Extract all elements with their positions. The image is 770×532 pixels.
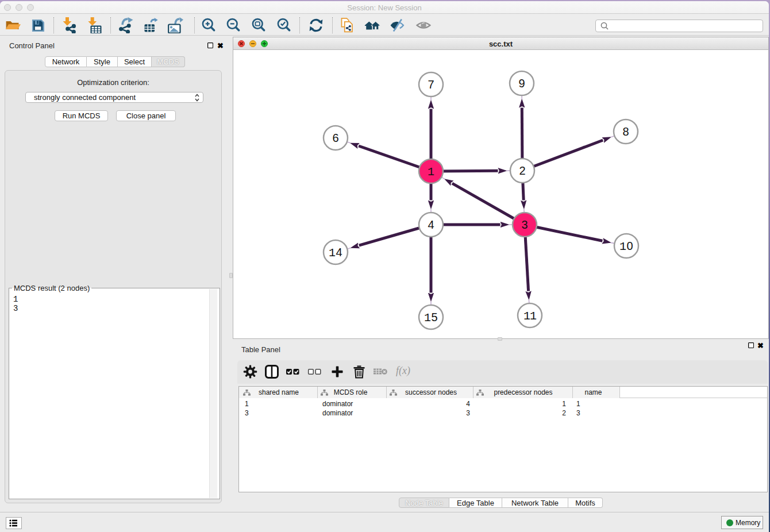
svg-text:7: 7: [428, 78, 434, 91]
svg-text:5: 5: [431, 311, 437, 323]
svg-text:1: 1: [329, 246, 336, 260]
svg-text:4: 4: [428, 218, 434, 231]
svg-text:6: 6: [332, 132, 338, 144]
svg-text:1: 1: [424, 311, 431, 325]
svg-text:1: 1: [619, 240, 626, 253]
svg-text:1: 1: [428, 165, 434, 179]
svg-text:1: 1: [530, 310, 537, 323]
svg-text:8: 8: [622, 125, 629, 138]
svg-text:3: 3: [521, 218, 528, 231]
svg-text:2: 2: [519, 164, 525, 177]
svg-text:4: 4: [336, 246, 342, 259]
svg-text:0: 0: [626, 240, 633, 252]
svg-text:9: 9: [518, 77, 525, 90]
